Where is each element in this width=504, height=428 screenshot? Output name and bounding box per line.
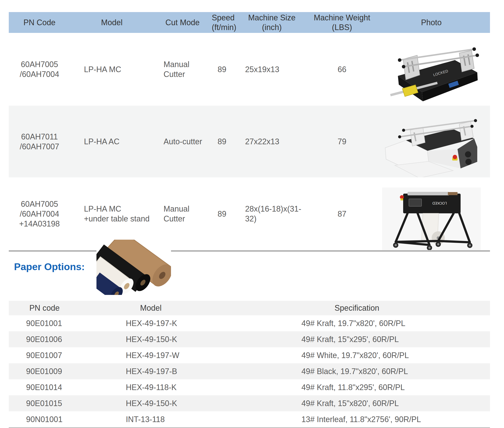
model-cell: HEX-49-197-B (123, 363, 298, 379)
machines-spec-table: PN Code Model Cut Mode Speed (ft/min) Ma… (9, 12, 490, 252)
specification-cell: 13# Interleaf, 11.8"x2756', 90R/PL (298, 411, 490, 428)
machine-weight-cell: 79 (311, 106, 373, 177)
pn-code-cell: 60AH7005 /60AH7004 +14A03198 (9, 177, 70, 251)
machine-photo-lp-ha-mc: LOCKED (382, 43, 481, 106)
model-cell: HEX-49-150-K (123, 395, 298, 411)
machine-photo-under-table-stand: LOCKED (382, 188, 481, 250)
paper-row: 90E01006 HEX-49-150-K 49# Kraft, 15"x295… (9, 331, 490, 347)
machine-row-lp-ha-mc: 60AH7005 /60AH7004 LP-HA MC Manual Cutte… (9, 33, 490, 106)
specification-cell: 49# White, 19.7"x820', 60R/PL (298, 347, 490, 363)
machine-size-cell: 25x19x13 (232, 33, 311, 106)
cut-mode-cell: Auto-cutter (154, 106, 211, 177)
machine-row-lp-ha-ac: 60AH7011 /60AH7007 LP-HA AC Auto-cutter … (9, 106, 490, 177)
machine-size-cell: 27x22x13 (232, 106, 311, 177)
col-header-model: Model (70, 12, 154, 33)
right-roll-bracket (459, 50, 474, 72)
col-header-machine-size: Machine Size (inch) (232, 12, 311, 33)
control-screen (409, 199, 422, 206)
machine-weight-cell: 66 (311, 33, 373, 106)
paper-header-row: PN code Model Specification (9, 301, 490, 315)
paper-row: 90E01007 HEX-49-197-W 49# White, 19.7"x8… (9, 347, 490, 363)
speed-cell: 89 (211, 177, 232, 251)
col-header-specification: Specification (298, 301, 490, 315)
col-header-pn-code: PN code (9, 301, 123, 315)
specification-cell: 49# Kraft, 15"x295', 60R/PL (298, 331, 490, 347)
col-header-speed: Speed (ft/min) (211, 12, 232, 33)
paper-row: 90E01009 HEX-49-197-B 49# Black, 19.7"x8… (9, 363, 490, 379)
pn-code-cell: 60AH7011 /60AH7007 (9, 106, 70, 177)
pn-code-cell: 90E01006 (9, 331, 123, 347)
model-cell: HEX-49-197-K (123, 315, 298, 331)
pn-code-cell: 60AH7005 /60AH7004 (9, 33, 70, 106)
model-cell: HEX-49-197-W (123, 347, 298, 363)
col-header-pn-code: PN Code (9, 12, 70, 33)
machine-photo-lp-ha-ac (382, 116, 481, 177)
photo-cell: LOCKED (373, 177, 490, 251)
paper-row: 90N01001 INT-13-118 13# Interleaf, 11.8"… (9, 411, 490, 428)
paper-options-table: PN code Model Specification 90E01001 HEX… (9, 301, 490, 428)
model-cell: LP-HA MC (70, 33, 154, 106)
cut-mode-cell: Manual Cutter (154, 33, 211, 106)
model-cell: LP-HA AC (70, 106, 154, 177)
model-cell: HEX-49-150-K (123, 331, 298, 347)
specification-cell: 49# Kraft, 15"x820', 60R/PL (298, 395, 490, 411)
paper-row: 90E01014 HEX-49-118-K 49# Kraft, 11.8"x2… (9, 379, 490, 395)
speed-cell: 89 (211, 106, 232, 177)
pn-code-cell: 90E01015 (9, 395, 123, 411)
col-header-model: Model (123, 301, 298, 315)
machine-size-cell: 28x(16-18)x(31-32) (232, 177, 311, 251)
brand-logo-text: LOCKED (432, 201, 447, 205)
model-cell: HEX-49-118-K (123, 379, 298, 395)
document-page: PN Code Model Cut Mode Speed (ft/min) Ma… (0, 0, 504, 428)
speed-cell: 89 (211, 33, 232, 106)
pn-code-cell: 90E01014 (9, 379, 123, 395)
machines-header-row: PN Code Model Cut Mode Speed (ft/min) Ma… (9, 12, 490, 33)
paper-options-heading: Paper Options: (14, 261, 85, 273)
paper-rolls-image (97, 240, 171, 295)
paper-row: 90E01015 HEX-49-150-K 49# Kraft, 15"x820… (9, 395, 490, 411)
pn-code-cell: 90E01009 (9, 363, 123, 379)
pn-code-cell: 90N01001 (9, 411, 123, 428)
machine-row-lp-ha-mc-stand: 60AH7005 /60AH7004 +14A03198 LP-HA MC +u… (9, 177, 490, 251)
model-cell: INT-13-118 (123, 411, 298, 428)
photo-cell: LOCKED (373, 33, 490, 106)
col-header-cut-mode: Cut Mode (154, 12, 211, 33)
specification-cell: 49# Kraft, 11.8"x295', 60R/PL (298, 379, 490, 395)
photo-cell (373, 106, 490, 177)
paper-row: 90E01001 HEX-49-197-K 49# Kraft, 19.7"x8… (9, 315, 490, 331)
pn-code-cell: 90E01001 (9, 315, 123, 331)
pn-code-cell: 90E01007 (9, 347, 123, 363)
left-roll-bracket (410, 127, 425, 146)
specification-cell: 49# Kraft, 19.7"x820', 60R/PL (298, 315, 490, 331)
col-header-photo: Photo (373, 12, 490, 33)
right-roll-bracket (459, 122, 473, 140)
specification-cell: 49# Black, 19.7"x820', 60R/PL (298, 363, 490, 379)
machine-weight-cell: 87 (311, 177, 373, 251)
emergency-stop-button (453, 155, 457, 159)
col-header-machine-weight: Machine Weight (LBS) (311, 12, 373, 33)
